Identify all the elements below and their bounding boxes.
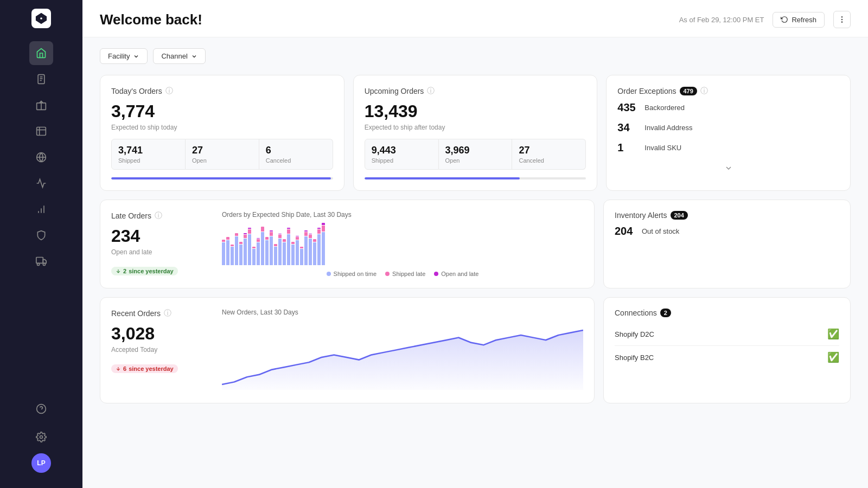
sidebar-nav bbox=[0, 41, 82, 397]
upcoming-open-stat: 3,969 Open bbox=[439, 139, 513, 170]
bar-on-time bbox=[291, 245, 295, 265]
bar-open-late bbox=[309, 234, 312, 234]
bar-on-time bbox=[309, 239, 312, 265]
bar-late bbox=[248, 229, 251, 234]
info-icon-4: ⓘ bbox=[155, 211, 162, 221]
bar-group bbox=[278, 234, 282, 265]
svg-point-18 bbox=[37, 263, 40, 265]
bar-late bbox=[257, 239, 260, 242]
bar-on-time bbox=[265, 240, 269, 265]
bar-on-time bbox=[283, 242, 286, 265]
upcoming-orders-sub: Expected to ship after today bbox=[365, 124, 586, 131]
exception-backordered[interactable]: 435 Backordered bbox=[617, 101, 839, 114]
connections-list: Shopify D2C ✅ Shopify B2C ✅ bbox=[615, 323, 839, 369]
connection-b2c[interactable]: Shopify B2C ✅ bbox=[615, 346, 839, 369]
sidebar-item-integrations[interactable] bbox=[29, 223, 53, 247]
bar-open-late bbox=[317, 228, 321, 229]
bar-on-time bbox=[248, 234, 251, 265]
expand-button[interactable] bbox=[617, 162, 839, 175]
todays-orders-sub: Expected to ship today bbox=[111, 124, 333, 131]
bar-late bbox=[231, 245, 234, 246]
upcoming-orders-number: 13,439 bbox=[365, 101, 586, 121]
late-orders-title: Late Orders ⓘ bbox=[111, 211, 209, 221]
bar-on-time bbox=[231, 247, 234, 265]
facility-filter[interactable]: Facility bbox=[100, 48, 148, 64]
header-actions: As of Feb 29, 12:00 PM ET Refresh bbox=[679, 11, 851, 28]
info-icon: ⓘ bbox=[165, 86, 173, 96]
bottom-cards-row: Recent Orders ⓘ 3,028 Accepted Today 6 s… bbox=[100, 297, 851, 403]
bar-on-time bbox=[278, 239, 282, 265]
bar-group bbox=[322, 223, 325, 265]
out-of-stock-row[interactable]: 204 Out of stock bbox=[615, 225, 839, 237]
sidebar-item-globe[interactable] bbox=[29, 171, 53, 195]
bar-on-time bbox=[222, 242, 225, 265]
page-title: Welcome back! bbox=[100, 11, 202, 28]
bar-on-time bbox=[300, 249, 303, 265]
svg-point-23 bbox=[841, 17, 842, 17]
content-area: Facility Channel Today's Orders ⓘ 3,774 … bbox=[82, 37, 868, 488]
bar-on-time bbox=[235, 236, 238, 265]
bar-open-late bbox=[322, 223, 325, 225]
bar-group bbox=[248, 228, 251, 265]
late-orders-sub: Open and late bbox=[111, 248, 209, 256]
refresh-icon bbox=[781, 16, 788, 23]
order-exceptions-card: Order Exceptions 479 ⓘ 435 Backordered 3… bbox=[606, 75, 851, 191]
connections-badge: 2 bbox=[660, 309, 671, 317]
bar-group bbox=[252, 247, 256, 265]
app-logo[interactable] bbox=[31, 9, 51, 28]
sidebar-item-home[interactable] bbox=[29, 41, 53, 65]
chart-legend: Shipped on time Shipped late Open and la… bbox=[222, 271, 583, 277]
bar-group bbox=[226, 237, 229, 265]
exceptions-badge: 479 bbox=[680, 87, 697, 95]
sidebar-item-help[interactable] bbox=[29, 397, 53, 421]
bar-group bbox=[265, 237, 269, 265]
more-button[interactable] bbox=[833, 11, 851, 28]
bar-group bbox=[239, 242, 242, 265]
header: Welcome back! As of Feb 29, 12:00 PM ET … bbox=[82, 0, 868, 37]
recent-orders-card: Recent Orders ⓘ 3,028 Accepted Today 6 s… bbox=[100, 297, 595, 403]
legend-shipped-on-time: Shipped on time bbox=[327, 271, 377, 277]
exception-invalid-address[interactable]: 34 Invalid Address bbox=[617, 121, 839, 134]
bar-late bbox=[239, 242, 242, 244]
refresh-button[interactable]: Refresh bbox=[773, 12, 825, 28]
bar-group bbox=[283, 239, 286, 265]
bar-group bbox=[296, 236, 299, 265]
channel-filter[interactable]: Channel bbox=[153, 48, 205, 64]
bar-open-late bbox=[270, 230, 273, 232]
upcoming-orders-title: Upcoming Orders ⓘ bbox=[365, 86, 586, 96]
bar-open-late bbox=[278, 234, 282, 234]
recent-orders-chart: New Orders, Last 30 Days bbox=[222, 309, 583, 392]
sidebar-item-analytics[interactable] bbox=[29, 145, 53, 169]
sidebar-item-inventory[interactable] bbox=[29, 119, 53, 143]
svg-point-24 bbox=[841, 19, 842, 20]
sidebar-item-settings[interactable] bbox=[29, 425, 53, 449]
check-icon-b2c: ✅ bbox=[827, 351, 839, 363]
user-avatar[interactable]: LP bbox=[31, 453, 51, 473]
bar-on-time bbox=[313, 242, 316, 265]
exception-invalid-sku[interactable]: 1 Invalid SKU bbox=[617, 142, 839, 154]
connection-d2c[interactable]: Shopify D2C ✅ bbox=[615, 323, 839, 346]
upcoming-canceled-stat: 27 Canceled bbox=[512, 139, 586, 170]
order-exceptions-title: Order Exceptions 479 ⓘ bbox=[617, 86, 839, 96]
sidebar-item-warehouse[interactable] bbox=[29, 93, 53, 117]
sidebar-item-orders[interactable] bbox=[29, 67, 53, 91]
recent-orders-sub: Accepted Today bbox=[111, 346, 209, 354]
todays-orders-card: Today's Orders ⓘ 3,774 Expected to ship … bbox=[100, 75, 344, 191]
bar-on-time bbox=[226, 240, 229, 265]
bar-chart bbox=[222, 222, 583, 265]
top-cards-row: Today's Orders ⓘ 3,774 Expected to ship … bbox=[100, 75, 851, 191]
sidebar-item-tools[interactable] bbox=[29, 197, 53, 221]
bar-late bbox=[270, 232, 273, 236]
connections-title: Connections 2 bbox=[615, 309, 839, 317]
sidebar-item-shipping[interactable] bbox=[29, 249, 53, 273]
upcoming-orders-card: Upcoming Orders ⓘ 13,439 Expected to shi… bbox=[353, 75, 598, 191]
middle-cards-row: Late Orders ⓘ 234 Open and late 2 since … bbox=[100, 200, 851, 288]
todays-progress-bar bbox=[111, 177, 333, 179]
bar-on-time bbox=[296, 240, 299, 265]
bar-on-time bbox=[287, 234, 290, 265]
bar-late bbox=[265, 237, 269, 240]
bar-open-late bbox=[287, 228, 290, 229]
more-icon bbox=[838, 15, 846, 24]
bar-group bbox=[313, 239, 316, 265]
check-icon-d2c: ✅ bbox=[827, 328, 839, 340]
